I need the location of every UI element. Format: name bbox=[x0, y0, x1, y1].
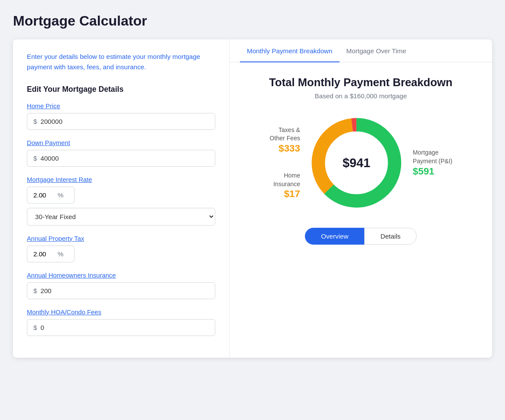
interest-rate-group: Mortgage Interest Rate % 30-Year Fixed 1… bbox=[27, 176, 215, 226]
panel-content: Total Monthly Payment Breakdown Based on… bbox=[230, 62, 492, 358]
down-payment-wrapper: $ bbox=[27, 150, 215, 167]
left-panel: Enter your details below to estimate you… bbox=[13, 39, 230, 358]
property-tax-label: Annual Property Tax bbox=[27, 235, 215, 242]
right-panel: Monthly Payment Breakdown Mortgage Over … bbox=[230, 39, 492, 358]
tabs-bar: Monthly Payment Breakdown Mortgage Over … bbox=[230, 39, 492, 62]
overview-button[interactable]: Overview bbox=[305, 228, 364, 245]
insurance-wrapper: $ bbox=[27, 282, 215, 299]
details-button[interactable]: Details bbox=[364, 228, 416, 245]
down-payment-prefix: $ bbox=[33, 155, 37, 162]
home-price-prefix: $ bbox=[33, 118, 37, 125]
insurance-label: Annual Homeowners Insurance bbox=[27, 272, 215, 279]
toggle-buttons: Overview Details bbox=[247, 228, 475, 245]
property-tax-input[interactable] bbox=[33, 250, 55, 258]
interest-rate-label: Mortgage Interest Rate bbox=[27, 176, 215, 183]
hoa-prefix: $ bbox=[33, 324, 37, 331]
interest-rate-wrapper: % bbox=[27, 187, 74, 204]
insurance-prefix: $ bbox=[33, 287, 37, 294]
insurance-input[interactable] bbox=[40, 287, 209, 294]
intro-text: Enter your details below to estimate you… bbox=[27, 52, 215, 73]
hoa-wrapper: $ bbox=[27, 319, 215, 336]
property-tax-suffix: % bbox=[58, 250, 64, 258]
interest-rate-suffix: % bbox=[58, 191, 64, 199]
donut-chart: $941 bbox=[309, 115, 404, 210]
insurance-group: Annual Homeowners Insurance $ bbox=[27, 272, 215, 299]
loan-term-select[interactable]: 30-Year Fixed 15-Year Fixed 5/1 ARM bbox=[27, 208, 215, 226]
taxes-label-value: $333 bbox=[257, 143, 300, 154]
down-payment-label: Down Payment bbox=[27, 139, 215, 146]
hoa-label: Monthly HOA/Condo Fees bbox=[27, 309, 215, 316]
insurance-label-name: HomeInsurance bbox=[257, 171, 300, 188]
hoa-group: Monthly HOA/Condo Fees $ bbox=[27, 309, 215, 336]
tab-overtime[interactable]: Mortgage Over Time bbox=[340, 39, 413, 62]
mortgage-label-group: MortgagePayment (P&I) $591 bbox=[413, 149, 465, 177]
taxes-label-group: Taxes &Other Fees $333 bbox=[257, 126, 300, 154]
home-price-wrapper: $ bbox=[27, 113, 215, 130]
insurance-label-value: $17 bbox=[257, 188, 300, 200]
chart-area: Taxes &Other Fees $333 HomeInsurance $17 bbox=[247, 115, 475, 210]
breakdown-subtitle: Based on a $160,000 mortgage bbox=[247, 92, 475, 100]
hoa-input[interactable] bbox=[40, 324, 209, 331]
down-payment-group: Down Payment $ bbox=[27, 139, 215, 167]
down-payment-input[interactable] bbox=[40, 155, 209, 162]
property-tax-group: Annual Property Tax % bbox=[27, 235, 215, 262]
mortgage-label-name: MortgagePayment (P&I) bbox=[413, 149, 465, 165]
section-title: Edit Your Mortgage Details bbox=[27, 85, 215, 94]
mortgage-label-value: $591 bbox=[413, 166, 465, 177]
home-price-label: Home Price bbox=[27, 103, 215, 110]
donut-center-value: $941 bbox=[343, 156, 370, 170]
main-container: Enter your details below to estimate you… bbox=[13, 39, 492, 358]
property-tax-wrapper: % bbox=[27, 246, 74, 262]
right-labels: MortgagePayment (P&I) $591 bbox=[413, 149, 465, 177]
tab-monthly[interactable]: Monthly Payment Breakdown bbox=[240, 39, 340, 62]
insurance-label-group: HomeInsurance $17 bbox=[257, 171, 300, 200]
interest-rate-input[interactable] bbox=[33, 191, 55, 199]
left-labels: Taxes &Other Fees $333 HomeInsurance $17 bbox=[257, 126, 300, 200]
home-price-input[interactable] bbox=[40, 118, 209, 125]
home-price-group: Home Price $ bbox=[27, 103, 215, 130]
page-title: Mortgage Calculator bbox=[13, 13, 492, 29]
breakdown-title: Total Monthly Payment Breakdown bbox=[247, 76, 475, 89]
taxes-label-name: Taxes &Other Fees bbox=[257, 126, 300, 143]
